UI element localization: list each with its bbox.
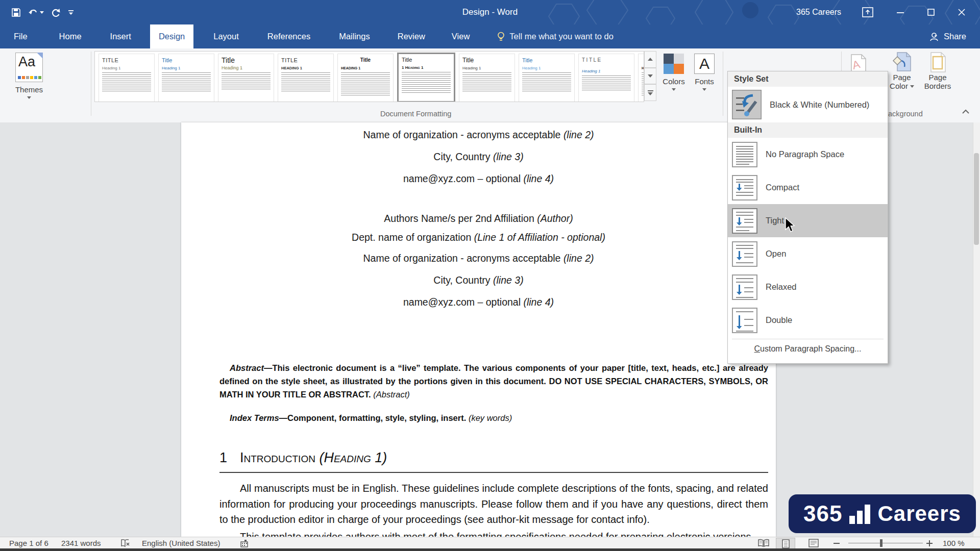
compact-spacing-icon <box>732 175 757 201</box>
zoom-out-button[interactable] <box>833 537 840 549</box>
style-set-thumbnail[interactable]: Title Heading 1 <box>459 54 515 102</box>
tab-layout[interactable]: Layout <box>205 24 248 48</box>
themes-dropdown-caret <box>27 96 31 99</box>
document-page[interactable]: Name of organization - acronyms acceptab… <box>181 122 776 537</box>
maximize-icon <box>927 9 935 16</box>
style-set-thumbnail[interactable]: Title Heading 1 <box>218 54 274 102</box>
body-paragraph[interactable]: All manuscripts must be in English. Thes… <box>219 481 768 528</box>
lightbulb-icon <box>497 32 505 42</box>
menu-item-compact[interactable]: Compact <box>728 171 888 204</box>
share-button[interactable]: Share <box>920 24 976 48</box>
mouse-cursor-icon <box>785 217 796 233</box>
status-bar: Page 1 of 6 2341 words English (United S… <box>0 537 980 549</box>
themes-button[interactable]: Aa Themes <box>9 51 49 120</box>
index-terms-paragraph[interactable]: Index Terms—Component, formatting, style… <box>219 411 768 424</box>
language-indicator[interactable]: English (United States) <box>142 537 220 549</box>
style-set-thumbnail[interactable]: Title Heading 1 <box>519 54 575 102</box>
doc-line[interactable]: name@xyz.com – optional (line 4) <box>181 173 776 185</box>
themes-icon: Aa <box>15 53 43 82</box>
menu-item-no-paragraph-space[interactable]: No Paragraph Space <box>728 138 888 171</box>
title-bar: Design - Word 365 Careers <box>0 0 980 24</box>
close-button[interactable] <box>947 0 976 24</box>
zoom-in-button[interactable] <box>926 537 933 549</box>
doc-line[interactable]: Dept. name of organization (Line 1 of Af… <box>181 232 776 243</box>
menu-section-style-set: Style Set <box>728 71 888 87</box>
style-set-thumbnail[interactable]: Title Heading 1 <box>158 54 214 102</box>
read-mode-icon <box>757 539 770 547</box>
menu-item-open[interactable]: Open <box>728 237 888 270</box>
scrollbar-thumb[interactable] <box>974 153 979 245</box>
heading-number[interactable]: 1 <box>219 450 227 466</box>
tab-home[interactable]: Home <box>51 24 90 48</box>
zoom-slider-track[interactable] <box>848 543 923 543</box>
gallery-scroll-up-button[interactable] <box>644 51 656 68</box>
page-color-button[interactable]: Page Color <box>886 52 918 90</box>
doc-line[interactable]: City, Country (line 3) <box>181 151 776 163</box>
tab-mailings[interactable]: Mailings <box>330 24 379 48</box>
web-layout-button[interactable] <box>804 538 823 548</box>
zoom-level[interactable]: 100 % <box>943 537 965 549</box>
doc-line[interactable]: Authors Name/s per 2nd Affiliation (Auth… <box>181 213 776 224</box>
style-set-gallery[interactable]: TITLE Heading 1 Title Heading 1 Title He… <box>94 51 644 102</box>
style-set-thumbnail[interactable]: TITLE HEADING 1 <box>278 54 334 102</box>
menu-item-custom-paragraph-spacing[interactable]: Custom Paragraph Spacing... <box>728 340 888 358</box>
tell-me-box[interactable]: Tell me what you want to do <box>497 24 614 48</box>
doc-line[interactable]: City, Country (line 3) <box>181 274 776 286</box>
print-layout-icon <box>781 539 790 548</box>
bar-chart-icon <box>849 504 870 524</box>
menu-item-tight[interactable]: Tight <box>728 204 888 237</box>
style-set-thumbnail[interactable]: Title HEADING 1 <box>337 54 394 102</box>
style-set-thumbnail[interactable]: TITLE Heading 1 <box>578 54 634 102</box>
word-count[interactable]: 2341 words <box>61 537 101 549</box>
share-person-icon <box>929 32 940 41</box>
tab-references[interactable]: References <box>259 24 319 48</box>
close-icon <box>958 9 965 16</box>
menu-item-double[interactable]: Double <box>728 304 888 337</box>
screen-bottom-edge <box>0 548 980 551</box>
abstract-paragraph[interactable]: Abstract—This electronic document is a “… <box>219 361 768 401</box>
tab-insert[interactable]: Insert <box>102 24 140 48</box>
group-label-page-background: ackground <box>888 110 923 118</box>
gallery-scrollbar <box>644 51 656 101</box>
open-spacing-icon <box>732 241 757 267</box>
menu-item-relaxed[interactable]: Relaxed <box>728 270 888 304</box>
clipped-paragraph[interactable]: This template provides authors with most… <box>219 529 768 537</box>
tab-file[interactable]: File <box>5 24 36 48</box>
365-careers-watermark-logo: 365 Careers <box>789 494 976 533</box>
section-heading[interactable]: Introduction (Heading 1) <box>240 450 776 466</box>
group-separator <box>91 52 91 116</box>
tab-design[interactable]: Design <box>150 24 193 48</box>
doc-line[interactable]: Name of organization - acronyms acceptab… <box>181 129 776 141</box>
minimize-icon <box>897 9 904 16</box>
colors-button[interactable]: Colors <box>659 51 688 120</box>
page-color-caret <box>910 85 914 88</box>
zoom-slider-thumb[interactable] <box>880 539 883 547</box>
page-indicator[interactable]: Page 1 of 6 <box>9 537 48 549</box>
style-set-thumbnail[interactable]: TITLE Heading 1 <box>99 54 155 102</box>
tab-review[interactable]: Review <box>389 24 434 48</box>
macro-icon <box>240 539 249 548</box>
print-layout-button[interactable] <box>776 538 795 549</box>
account-name[interactable]: 365 Careers <box>796 0 841 24</box>
gallery-more-button[interactable] <box>644 84 656 101</box>
doc-line[interactable]: name@xyz.com – optional (line 4) <box>181 296 776 308</box>
ribbon-display-options-button[interactable] <box>853 0 882 24</box>
doc-line[interactable]: Name of organization - acronyms acceptab… <box>181 253 776 264</box>
page-borders-button[interactable]: Page Borders <box>922 52 953 90</box>
macro-record-button[interactable] <box>240 537 249 549</box>
double-spacing-icon <box>732 308 757 333</box>
proofing-status[interactable] <box>120 537 131 549</box>
tab-view[interactable]: View <box>443 24 478 48</box>
menu-separator <box>732 339 884 339</box>
ribbon-display-options-icon <box>862 7 873 17</box>
minimize-button[interactable] <box>886 0 915 24</box>
fonts-button[interactable]: A Fonts <box>690 51 719 120</box>
menu-item-black-white-numbered[interactable]: Black & White (Numbered) <box>728 87 888 122</box>
relaxed-spacing-icon <box>732 274 757 300</box>
style-set-thumbnail-selected[interactable]: Title 1 Heading 1 <box>397 53 455 102</box>
read-mode-button[interactable] <box>754 538 773 548</box>
style-set-thumbnail[interactable]: TITLE HEADING 1 <box>638 54 644 102</box>
gallery-scroll-down-button[interactable] <box>644 68 656 85</box>
maximize-button[interactable] <box>917 0 945 24</box>
collapse-ribbon-icon[interactable] <box>962 109 970 115</box>
